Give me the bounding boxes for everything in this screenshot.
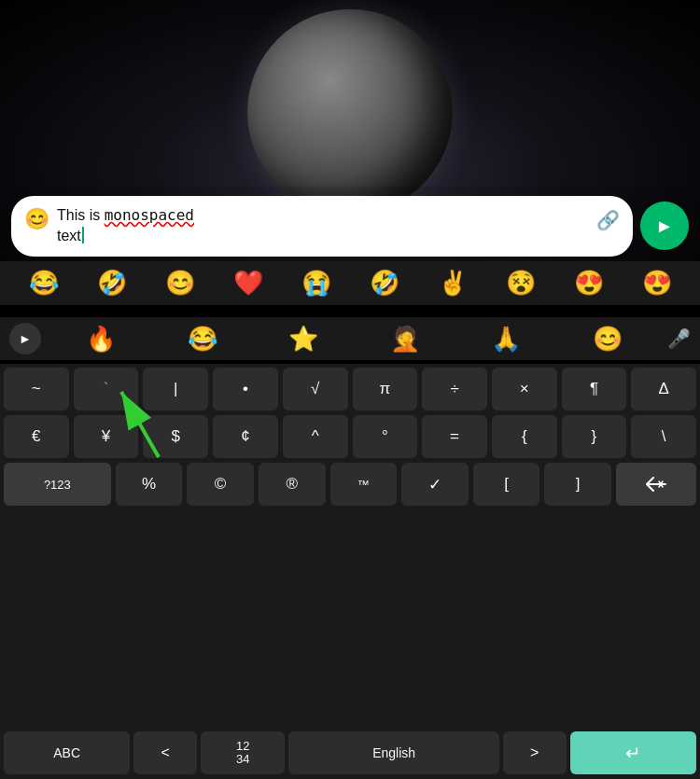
emoji-strip-item[interactable]: ❤️ (233, 269, 263, 298)
bottom-bar: ABC < 12 34 English > ↵ (0, 727, 700, 779)
emoji-category-item[interactable]: ⭐ (288, 325, 318, 354)
send-icon: ► (655, 216, 674, 237)
key-pi[interactable]: π (353, 368, 418, 410)
key-abc[interactable]: ABC (4, 731, 130, 774)
key-backtick[interactable]: ` (74, 368, 139, 410)
keyboard-row-2: € ¥ $ ¢ ^ ° = { } \ (4, 415, 696, 458)
key-caret[interactable]: ^ (283, 415, 348, 458)
text-before-mono: This is monospaced (57, 207, 194, 223)
emoji-strip-item[interactable]: 🤣 (97, 269, 127, 298)
emoji-category-row: ► 🔥 😂 ⭐ 🤦 🙏 😊 🎤 (0, 317, 700, 360)
key-percent[interactable]: % (116, 463, 183, 506)
message-area: 😊 This is monospaced text 🔗 ► (0, 187, 700, 266)
mic-button[interactable]: 🎤 (667, 327, 691, 350)
keyboard: ~ ` | • √ π ÷ × ¶ Δ € ¥ $ ¢ ^ ° = { } \ … (0, 364, 700, 779)
enter-icon: ↵ (625, 742, 641, 764)
num-bottom: 34 (236, 753, 249, 766)
moon-image (247, 9, 453, 215)
key-yen[interactable]: ¥ (74, 415, 139, 458)
expand-button[interactable]: ► (9, 323, 41, 355)
emoji-category-item[interactable]: 😂 (188, 325, 217, 354)
emoji-strip-item[interactable]: 😊 (165, 269, 195, 298)
expand-icon: ► (19, 331, 32, 346)
key-backspace[interactable] (616, 463, 696, 506)
key-left-arrow[interactable]: < (133, 731, 197, 774)
key-pipe[interactable]: | (143, 368, 208, 410)
key-dollar[interactable]: $ (143, 415, 208, 458)
key-close-bracket[interactable]: ] (544, 463, 611, 506)
emoji-strip-item[interactable]: ✌️ (438, 269, 468, 298)
key-sqrt[interactable]: √ (283, 368, 348, 410)
key-close-brace[interactable]: } (562, 415, 627, 458)
emoji-category-item[interactable]: 🔥 (86, 325, 116, 354)
send-button[interactable]: ► (640, 202, 689, 250)
emoji-input-icon[interactable]: 😊 (24, 207, 49, 231)
monospaced-text: monospaced (105, 206, 194, 224)
key-backslash[interactable]: \ (631, 415, 696, 458)
key-num123[interactable]: ?123 (4, 463, 111, 506)
key-open-bracket[interactable]: [ (473, 463, 540, 506)
key-tilde[interactable]: ~ (4, 368, 69, 410)
key-open-brace[interactable]: { (492, 415, 557, 458)
num-top: 12 (236, 740, 249, 753)
emoji-strip-item[interactable]: 😭 (301, 269, 331, 298)
emoji-strip-item[interactable]: 😂 (29, 269, 59, 298)
backspace-icon (646, 477, 666, 492)
key-pilcrow[interactable]: ¶ (562, 368, 627, 410)
key-right-arrow[interactable]: > (503, 731, 567, 774)
emoji-strip: 😂 🤣 😊 ❤️ 😭 🤣 ✌️ 😵 😍 😍 (0, 261, 700, 305)
message-input-container[interactable]: 😊 This is monospaced text 🔗 (11, 196, 633, 257)
emoji-category-item[interactable]: 🤦 (390, 325, 420, 354)
key-copyright[interactable]: © (187, 463, 254, 506)
keyboard-row-3: ?123 % © ® ™ ✓ [ ] (4, 463, 696, 506)
key-equals[interactable]: = (422, 415, 487, 458)
text-cursor (82, 227, 84, 243)
emoji-category-item[interactable]: 🙏 (491, 325, 521, 354)
attachment-icon[interactable]: 🔗 (596, 209, 620, 231)
key-divide[interactable]: ÷ (422, 368, 487, 410)
key-checkmark[interactable]: ✓ (401, 463, 469, 506)
key-euro[interactable]: € (4, 415, 69, 458)
key-delta[interactable]: Δ (631, 368, 696, 410)
key-cent[interactable]: ¢ (213, 415, 278, 458)
key-language[interactable]: English (288, 731, 499, 774)
emoji-strip-item[interactable]: 😍 (574, 269, 604, 298)
key-registered[interactable]: ® (259, 463, 326, 506)
text-line2: text (57, 228, 81, 243)
key-num-layout[interactable]: 12 34 (201, 731, 285, 774)
emoji-strip-item[interactable]: 😍 (642, 269, 672, 298)
key-bullet[interactable]: • (213, 368, 278, 410)
emoji-category-item[interactable]: 😊 (593, 325, 623, 354)
emoji-strip-item[interactable]: 😵 (506, 269, 536, 298)
emoji-category-items: 🔥 😂 ⭐ 🤦 🙏 😊 (50, 325, 658, 354)
key-multiply[interactable]: × (492, 368, 557, 410)
key-enter[interactable]: ↵ (570, 731, 696, 774)
keyboard-row-1: ~ ` | • √ π ÷ × ¶ Δ (4, 368, 696, 410)
key-trademark[interactable]: ™ (330, 463, 398, 506)
emoji-strip-item[interactable]: 🤣 (370, 269, 399, 298)
key-degree[interactable]: ° (353, 415, 418, 458)
message-text[interactable]: This is monospaced text (57, 205, 589, 247)
